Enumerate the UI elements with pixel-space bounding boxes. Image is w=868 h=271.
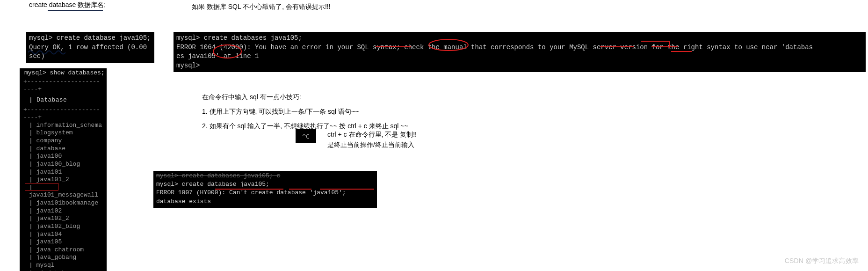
terminal-line: ERROR 1064 (42000): You have an error in… xyxy=(176,43,863,52)
annotation-underline xyxy=(48,9,103,11)
terminal-line: mysql> create databases java105; c xyxy=(156,172,374,180)
terminal-line: mysql> show databases; xyxy=(22,69,105,77)
tips-intro: 在命令行中输入 sql 有一点小技巧: xyxy=(202,90,408,104)
terminal-create-db: mysql> create database java105; Query OK… xyxy=(26,32,154,63)
ctrl-c-note-line: ctrl + c 在命令行里, 不是 复制!! xyxy=(327,129,417,139)
db-row: | database xyxy=(22,145,105,153)
db-row: | java101 xyxy=(22,168,105,176)
terminal-line: mysql> create databases java105; xyxy=(176,34,863,43)
terminal-line: mysql> create database java105; xyxy=(29,34,152,43)
tips-item: 1. 使用上下方向键, 可以找到上一条/下一条 sql 语句~~ xyxy=(202,104,408,119)
db-row: | java102_blog xyxy=(22,223,105,231)
db-row: | java105 xyxy=(22,238,105,246)
heading-create-db: create database 数据库名; xyxy=(29,1,106,9)
db-row: | java104 xyxy=(22,231,105,239)
terminal-line: mysql> xyxy=(176,61,863,71)
db-row: | java_chatroom xyxy=(22,246,105,254)
db-row: | blogsystem xyxy=(22,129,105,137)
ctrl-c-note-line: 是终止当前操作/终止当前输入 xyxy=(327,139,417,150)
db-row: | java102_2 xyxy=(22,215,105,223)
db-row: | java101_messagewall xyxy=(22,184,105,199)
db-row: | java100 xyxy=(22,153,105,161)
db-row: | java101_2 xyxy=(22,176,105,184)
heading-error-note: 如果 数据库 SQL 不小心敲错了, 会有错误提示!!! xyxy=(192,3,331,11)
db-row: | java_gobang xyxy=(22,254,105,262)
heading-error-note-text: 如果 数据库 SQL 不小心敲错了, 会有错误提示!!! xyxy=(192,3,331,10)
db-row: | oj_database xyxy=(22,270,105,271)
db-row: | java102 xyxy=(22,207,105,215)
terminal-db-exists-wrap: mysql> create databases java105; c mysql… xyxy=(153,171,377,208)
column-header: Database xyxy=(36,96,67,103)
db-row: | company xyxy=(22,137,105,145)
tips-block: 在命令行中输入 sql 有一点小技巧: 1. 使用上下方向键, 可以找到上一条/… xyxy=(202,90,408,133)
watermark: CSDN @学习追求高效率 xyxy=(785,257,859,265)
heading-create-db-text: create database 数据库名; xyxy=(29,1,106,8)
terminal-line: mysql> create database java105; xyxy=(156,180,374,189)
ctrl-c-glyph: ^C xyxy=(296,129,316,143)
db-row: | mysql xyxy=(22,262,105,270)
db-row: | java100_blog xyxy=(22,161,105,168)
terminal-db-exists: mysql> create databases java105; c mysql… xyxy=(153,171,377,208)
ctrl-c-note: ctrl + c 在命令行里, 不是 复制!! 是终止当前操作/终止当前输入 xyxy=(327,129,417,150)
annotation-squiggle xyxy=(28,49,65,56)
db-row: | java101bookmanage xyxy=(22,199,105,207)
terminal-line: ERROR 1007 (HY000): Can't create databas… xyxy=(156,189,374,205)
terminal-show-databases: mysql> show databases; +----------------… xyxy=(20,68,107,271)
terminal-sql-error: mysql> create databases java105; ERROR 1… xyxy=(174,32,866,72)
db-row: | information_schema xyxy=(22,122,105,130)
terminal-line: es java105' at line 1 xyxy=(176,52,863,61)
